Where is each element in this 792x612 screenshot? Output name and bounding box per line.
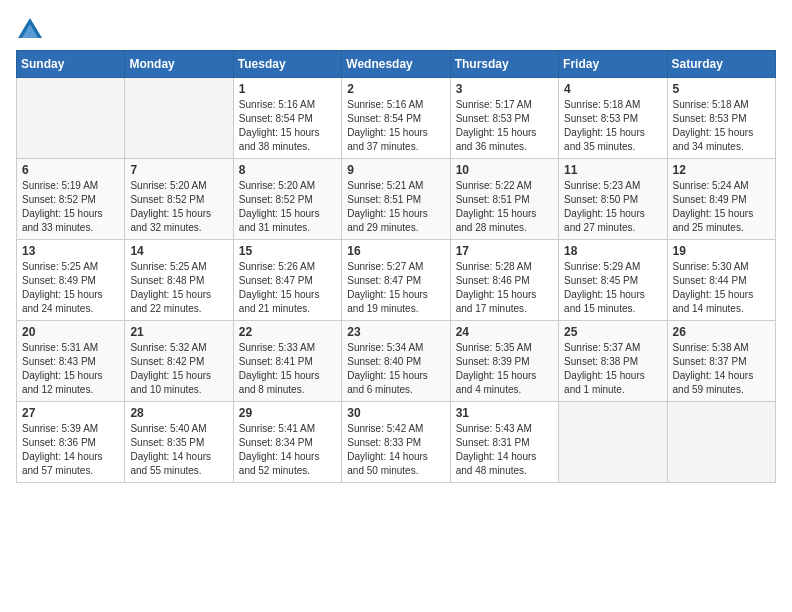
day-info: Sunrise: 5:18 AM Sunset: 8:53 PM Dayligh… <box>673 98 770 154</box>
day-number: 24 <box>456 325 553 339</box>
day-number: 27 <box>22 406 119 420</box>
calendar-cell: 13Sunrise: 5:25 AM Sunset: 8:49 PM Dayli… <box>17 240 125 321</box>
calendar-table: SundayMondayTuesdayWednesdayThursdayFrid… <box>16 50 776 483</box>
day-number: 28 <box>130 406 227 420</box>
day-number: 6 <box>22 163 119 177</box>
day-info: Sunrise: 5:27 AM Sunset: 8:47 PM Dayligh… <box>347 260 444 316</box>
day-info: Sunrise: 5:35 AM Sunset: 8:39 PM Dayligh… <box>456 341 553 397</box>
day-number: 11 <box>564 163 661 177</box>
calendar-header-monday: Monday <box>125 51 233 78</box>
calendar-header-row: SundayMondayTuesdayWednesdayThursdayFrid… <box>17 51 776 78</box>
calendar-cell: 22Sunrise: 5:33 AM Sunset: 8:41 PM Dayli… <box>233 321 341 402</box>
day-info: Sunrise: 5:32 AM Sunset: 8:42 PM Dayligh… <box>130 341 227 397</box>
day-info: Sunrise: 5:38 AM Sunset: 8:37 PM Dayligh… <box>673 341 770 397</box>
calendar-cell: 19Sunrise: 5:30 AM Sunset: 8:44 PM Dayli… <box>667 240 775 321</box>
day-number: 29 <box>239 406 336 420</box>
day-info: Sunrise: 5:39 AM Sunset: 8:36 PM Dayligh… <box>22 422 119 478</box>
day-number: 26 <box>673 325 770 339</box>
calendar-cell: 29Sunrise: 5:41 AM Sunset: 8:34 PM Dayli… <box>233 402 341 483</box>
logo <box>16 16 48 44</box>
calendar-cell: 21Sunrise: 5:32 AM Sunset: 8:42 PM Dayli… <box>125 321 233 402</box>
day-number: 12 <box>673 163 770 177</box>
day-info: Sunrise: 5:34 AM Sunset: 8:40 PM Dayligh… <box>347 341 444 397</box>
day-info: Sunrise: 5:37 AM Sunset: 8:38 PM Dayligh… <box>564 341 661 397</box>
calendar-cell: 5Sunrise: 5:18 AM Sunset: 8:53 PM Daylig… <box>667 78 775 159</box>
day-number: 1 <box>239 82 336 96</box>
calendar-header-saturday: Saturday <box>667 51 775 78</box>
day-number: 20 <box>22 325 119 339</box>
calendar-cell: 23Sunrise: 5:34 AM Sunset: 8:40 PM Dayli… <box>342 321 450 402</box>
calendar-cell <box>559 402 667 483</box>
page-header <box>16 16 776 44</box>
day-number: 15 <box>239 244 336 258</box>
calendar-week-row: 27Sunrise: 5:39 AM Sunset: 8:36 PM Dayli… <box>17 402 776 483</box>
day-info: Sunrise: 5:18 AM Sunset: 8:53 PM Dayligh… <box>564 98 661 154</box>
calendar-cell: 14Sunrise: 5:25 AM Sunset: 8:48 PM Dayli… <box>125 240 233 321</box>
calendar-header-thursday: Thursday <box>450 51 558 78</box>
calendar-cell: 4Sunrise: 5:18 AM Sunset: 8:53 PM Daylig… <box>559 78 667 159</box>
day-info: Sunrise: 5:23 AM Sunset: 8:50 PM Dayligh… <box>564 179 661 235</box>
calendar-cell <box>667 402 775 483</box>
calendar-cell: 18Sunrise: 5:29 AM Sunset: 8:45 PM Dayli… <box>559 240 667 321</box>
calendar-week-row: 13Sunrise: 5:25 AM Sunset: 8:49 PM Dayli… <box>17 240 776 321</box>
calendar-cell: 30Sunrise: 5:42 AM Sunset: 8:33 PM Dayli… <box>342 402 450 483</box>
calendar-cell: 16Sunrise: 5:27 AM Sunset: 8:47 PM Dayli… <box>342 240 450 321</box>
calendar-cell: 11Sunrise: 5:23 AM Sunset: 8:50 PM Dayli… <box>559 159 667 240</box>
calendar-cell: 25Sunrise: 5:37 AM Sunset: 8:38 PM Dayli… <box>559 321 667 402</box>
calendar-header-friday: Friday <box>559 51 667 78</box>
calendar-header-sunday: Sunday <box>17 51 125 78</box>
day-info: Sunrise: 5:19 AM Sunset: 8:52 PM Dayligh… <box>22 179 119 235</box>
day-info: Sunrise: 5:28 AM Sunset: 8:46 PM Dayligh… <box>456 260 553 316</box>
calendar-header-tuesday: Tuesday <box>233 51 341 78</box>
calendar-week-row: 6Sunrise: 5:19 AM Sunset: 8:52 PM Daylig… <box>17 159 776 240</box>
calendar-cell: 28Sunrise: 5:40 AM Sunset: 8:35 PM Dayli… <box>125 402 233 483</box>
day-info: Sunrise: 5:33 AM Sunset: 8:41 PM Dayligh… <box>239 341 336 397</box>
day-info: Sunrise: 5:25 AM Sunset: 8:48 PM Dayligh… <box>130 260 227 316</box>
calendar-cell: 2Sunrise: 5:16 AM Sunset: 8:54 PM Daylig… <box>342 78 450 159</box>
day-info: Sunrise: 5:16 AM Sunset: 8:54 PM Dayligh… <box>347 98 444 154</box>
day-number: 2 <box>347 82 444 96</box>
day-number: 21 <box>130 325 227 339</box>
day-info: Sunrise: 5:30 AM Sunset: 8:44 PM Dayligh… <box>673 260 770 316</box>
calendar-week-row: 1Sunrise: 5:16 AM Sunset: 8:54 PM Daylig… <box>17 78 776 159</box>
calendar-cell: 7Sunrise: 5:20 AM Sunset: 8:52 PM Daylig… <box>125 159 233 240</box>
calendar-cell: 20Sunrise: 5:31 AM Sunset: 8:43 PM Dayli… <box>17 321 125 402</box>
day-info: Sunrise: 5:31 AM Sunset: 8:43 PM Dayligh… <box>22 341 119 397</box>
calendar-header-wednesday: Wednesday <box>342 51 450 78</box>
day-number: 5 <box>673 82 770 96</box>
day-info: Sunrise: 5:21 AM Sunset: 8:51 PM Dayligh… <box>347 179 444 235</box>
day-number: 31 <box>456 406 553 420</box>
calendar-week-row: 20Sunrise: 5:31 AM Sunset: 8:43 PM Dayli… <box>17 321 776 402</box>
day-number: 30 <box>347 406 444 420</box>
day-number: 8 <box>239 163 336 177</box>
day-info: Sunrise: 5:22 AM Sunset: 8:51 PM Dayligh… <box>456 179 553 235</box>
calendar-cell: 17Sunrise: 5:28 AM Sunset: 8:46 PM Dayli… <box>450 240 558 321</box>
day-info: Sunrise: 5:24 AM Sunset: 8:49 PM Dayligh… <box>673 179 770 235</box>
day-number: 14 <box>130 244 227 258</box>
calendar-cell: 12Sunrise: 5:24 AM Sunset: 8:49 PM Dayli… <box>667 159 775 240</box>
day-info: Sunrise: 5:25 AM Sunset: 8:49 PM Dayligh… <box>22 260 119 316</box>
day-info: Sunrise: 5:29 AM Sunset: 8:45 PM Dayligh… <box>564 260 661 316</box>
logo-icon <box>16 16 44 44</box>
day-info: Sunrise: 5:41 AM Sunset: 8:34 PM Dayligh… <box>239 422 336 478</box>
day-number: 4 <box>564 82 661 96</box>
day-info: Sunrise: 5:17 AM Sunset: 8:53 PM Dayligh… <box>456 98 553 154</box>
day-number: 23 <box>347 325 444 339</box>
day-info: Sunrise: 5:16 AM Sunset: 8:54 PM Dayligh… <box>239 98 336 154</box>
day-number: 13 <box>22 244 119 258</box>
day-info: Sunrise: 5:26 AM Sunset: 8:47 PM Dayligh… <box>239 260 336 316</box>
calendar-cell <box>17 78 125 159</box>
calendar-cell: 27Sunrise: 5:39 AM Sunset: 8:36 PM Dayli… <box>17 402 125 483</box>
calendar-cell: 3Sunrise: 5:17 AM Sunset: 8:53 PM Daylig… <box>450 78 558 159</box>
day-info: Sunrise: 5:20 AM Sunset: 8:52 PM Dayligh… <box>239 179 336 235</box>
day-info: Sunrise: 5:40 AM Sunset: 8:35 PM Dayligh… <box>130 422 227 478</box>
day-number: 18 <box>564 244 661 258</box>
calendar-cell: 24Sunrise: 5:35 AM Sunset: 8:39 PM Dayli… <box>450 321 558 402</box>
day-number: 17 <box>456 244 553 258</box>
calendar-cell: 6Sunrise: 5:19 AM Sunset: 8:52 PM Daylig… <box>17 159 125 240</box>
day-number: 3 <box>456 82 553 96</box>
day-number: 22 <box>239 325 336 339</box>
calendar-cell: 26Sunrise: 5:38 AM Sunset: 8:37 PM Dayli… <box>667 321 775 402</box>
day-number: 25 <box>564 325 661 339</box>
calendar-cell: 31Sunrise: 5:43 AM Sunset: 8:31 PM Dayli… <box>450 402 558 483</box>
